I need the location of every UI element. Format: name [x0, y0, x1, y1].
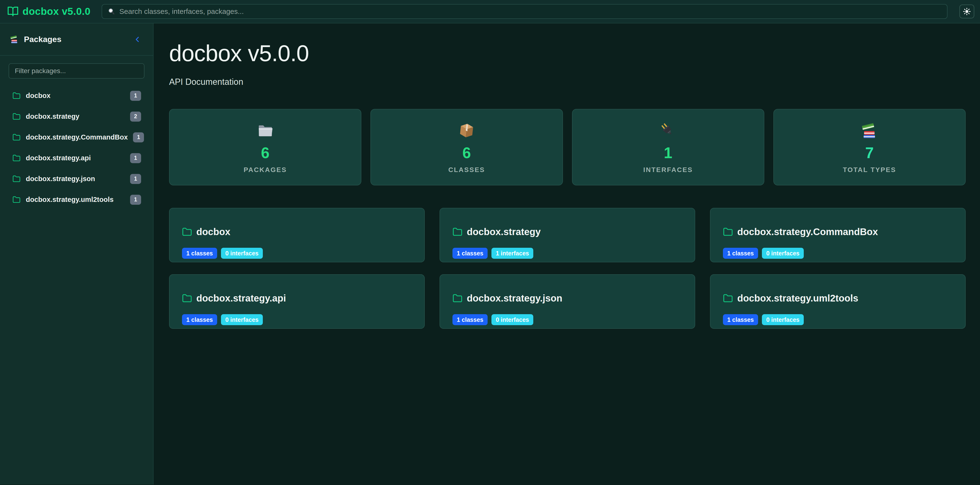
package-count-badge: 2 [130, 112, 141, 122]
stat-value: 6 [463, 144, 471, 162]
sidebar-item-docbox[interactable]: docbox 1 [0, 85, 153, 106]
stat-card-total-types: 7 TOTAL TYPES [773, 109, 966, 185]
folder-icon [182, 227, 192, 237]
folder-icon [13, 113, 21, 120]
books-icon [859, 120, 880, 141]
folder-icon [13, 133, 21, 141]
package-card-docbox[interactable]: docbox 1 classes 0 interfaces [169, 208, 425, 262]
package-name: docbox.strategy.uml2tools [737, 293, 858, 304]
chevron-left-icon [133, 35, 142, 44]
stat-card-packages: 6 PACKAGES [169, 109, 361, 185]
classes-badge: 1 classes [452, 314, 488, 325]
stat-label: PACKAGES [244, 166, 287, 174]
folder-icon [723, 293, 733, 303]
package-count-badge: 1 [130, 174, 141, 184]
package-name: docbox.strategy.api [196, 293, 286, 304]
search-input[interactable] [119, 7, 942, 16]
books-icon [9, 34, 20, 45]
stat-value: 7 [865, 144, 874, 162]
filter-wrap [0, 55, 153, 84]
folder-icon [13, 154, 21, 162]
classes-badge: 1 classes [182, 314, 217, 325]
sidebar-item-docbox-strategy-commandbox[interactable]: docbox.strategy.CommandBox 1 [0, 127, 153, 147]
classes-badge: 1 classes [452, 248, 488, 259]
stat-label: TOTAL TYPES [843, 166, 896, 174]
interfaces-badge: 0 interfaces [762, 314, 804, 325]
package-box-icon [457, 120, 477, 141]
interfaces-badge: 0 interfaces [221, 314, 263, 325]
folder-icon [723, 227, 733, 237]
package-name: docbox.strategy [467, 227, 541, 237]
sidebar-item-docbox-strategy-json[interactable]: docbox.strategy.json 1 [0, 168, 153, 189]
search-box [102, 4, 948, 19]
sidebar-collapse-button[interactable] [132, 34, 143, 45]
package-name: docbox.strategy.CommandBox [737, 227, 878, 237]
folder-icon [452, 293, 463, 303]
interfaces-badge: 0 interfaces [221, 248, 263, 259]
classes-badge: 1 classes [723, 248, 758, 259]
package-count-badge: 1 [130, 195, 141, 205]
sidebar-item-label: docbox.strategy.api [26, 154, 91, 162]
page-title: docbox v5.0.0 [169, 40, 966, 67]
sidebar-item-docbox-strategy[interactable]: docbox.strategy 2 [0, 106, 153, 127]
package-count-badge: 1 [130, 91, 141, 101]
open-book-icon [7, 6, 19, 17]
stat-label: CLASSES [449, 166, 485, 174]
sidebar-item-label: docbox.strategy.CommandBox [26, 133, 128, 141]
plug-icon [658, 120, 678, 141]
packages-grid: docbox 1 classes 0 interfaces docbox.str… [169, 208, 966, 329]
sun-icon [963, 7, 971, 16]
sidebar-item-label: docbox [26, 92, 51, 100]
interfaces-badge: 1 interfaces [492, 248, 533, 259]
sidebar-item-docbox-strategy-uml2tools[interactable]: docbox.strategy.uml2tools 1 [0, 189, 153, 210]
sidebar: Packages docbox 1 docbox.strategy 2 [0, 24, 154, 485]
package-card-docbox-strategy-commandbox[interactable]: docbox.strategy.CommandBox 1 classes 0 i… [710, 208, 966, 262]
stat-value: 1 [664, 144, 673, 162]
folder-icon [182, 293, 192, 303]
search-icon [107, 7, 116, 16]
stat-label: INTERFACES [643, 166, 693, 174]
package-card-docbox-strategy[interactable]: docbox.strategy 1 classes 1 interfaces [439, 208, 695, 262]
sidebar-header: Packages [0, 24, 153, 55]
stat-value: 6 [261, 144, 269, 162]
sidebar-item-docbox-strategy-api[interactable]: docbox.strategy.api 1 [0, 147, 153, 168]
sidebar-package-list: docbox 1 docbox.strategy 2 docbox.strate… [0, 84, 153, 211]
sidebar-item-label: docbox.strategy [26, 113, 80, 120]
stat-card-interfaces: 1 INTERFACES [572, 109, 764, 185]
package-card-docbox-strategy-api[interactable]: docbox.strategy.api 1 classes 0 interfac… [169, 274, 425, 329]
package-card-docbox-strategy-uml2tools[interactable]: docbox.strategy.uml2tools 1 classes 0 in… [710, 274, 966, 329]
app-title: docbox v5.0.0 [22, 6, 91, 17]
sidebar-title: Packages [24, 35, 128, 44]
interfaces-badge: 0 interfaces [762, 248, 804, 259]
stat-card-classes: 6 CLASSES [371, 109, 563, 185]
package-count-badge: 1 [133, 132, 144, 143]
page-subtitle: API Documentation [169, 77, 966, 87]
classes-badge: 1 classes [723, 314, 758, 325]
folder-icon [13, 196, 21, 204]
package-name: docbox.strategy.json [467, 293, 562, 304]
interfaces-badge: 0 interfaces [492, 314, 533, 325]
folder-icon [452, 227, 463, 237]
folder-icon [13, 92, 21, 100]
classes-badge: 1 classes [182, 248, 217, 259]
theme-toggle-button[interactable] [959, 5, 974, 18]
app-logo[interactable]: docbox v5.0.0 [7, 6, 102, 17]
package-card-docbox-strategy-json[interactable]: docbox.strategy.json 1 classes 0 interfa… [439, 274, 695, 329]
gray-folder-icon [255, 120, 275, 141]
sidebar-item-label: docbox.strategy.json [26, 175, 95, 183]
package-name: docbox [196, 227, 230, 237]
sidebar-item-label: docbox.strategy.uml2tools [26, 196, 114, 204]
package-count-badge: 1 [130, 153, 141, 163]
filter-packages-input[interactable] [9, 63, 145, 79]
folder-icon [13, 175, 21, 183]
stats-grid: 6 PACKAGES 6 CLASSES [169, 109, 966, 185]
main-content: docbox v5.0.0 API Documentation 6 PACKAG… [154, 24, 980, 485]
topbar: docbox v5.0.0 [0, 0, 980, 24]
